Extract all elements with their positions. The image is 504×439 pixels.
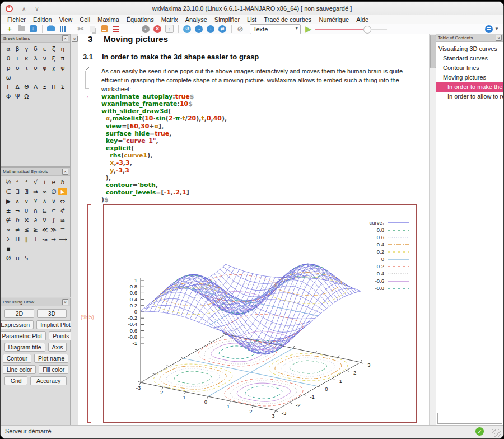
text-style-button[interactable] <box>110 24 122 34</box>
menu-list[interactable]: List <box>247 16 256 23</box>
symbol-button[interactable]: ⊻ <box>31 197 40 205</box>
symbol-button[interactable]: ⇒ <box>31 188 40 195</box>
symbol-button[interactable]: Π <box>49 83 58 91</box>
symbol-button[interactable]: ∝ <box>4 226 13 233</box>
draw-diagram-title-button[interactable]: Diagram title <box>4 343 45 352</box>
toc-item-standard-curves[interactable]: Standard curves <box>436 54 503 63</box>
symbol-button[interactable]: → <box>49 235 58 243</box>
menu-trac-de-courbes[interactable]: Tracé de courbes <box>264 16 311 23</box>
symbol-button[interactable]: ↝ <box>40 235 49 243</box>
toc-item-moving-pictures[interactable]: Moving pictures <box>436 73 503 82</box>
symbol-button[interactable]: ∥ <box>22 235 31 243</box>
symbol-button[interactable]: θ <box>4 54 13 62</box>
symbol-button[interactable]: ⊆ <box>40 207 49 214</box>
symbol-button[interactable]: ∨ <box>22 197 31 205</box>
symbol-button[interactable]: ≫ <box>49 226 58 233</box>
symbol-button[interactable]: ± <box>4 207 13 214</box>
draw-line-color-button[interactable]: Line color <box>3 365 36 374</box>
close-icon[interactable]: ✕ <box>496 35 502 41</box>
draw-axis-button[interactable]: Axis <box>48 343 67 352</box>
symbol-button[interactable]: Σ <box>4 235 13 243</box>
symbol-button[interactable]: 5 <box>22 254 31 262</box>
cut-button[interactable]: ✂ <box>75 24 86 34</box>
cell-style-dropdown[interactable]: Texte <box>250 24 301 34</box>
toc-item-in-order-to-allow-to-read[interactable]: In order to allow to read ... <box>436 92 503 101</box>
symbol-button[interactable]: Ξ <box>40 83 49 91</box>
code-cell[interactable]: wxanimate_autoplay:true$wxanimate_framer… <box>101 93 227 203</box>
symbol-button[interactable]: Θ <box>22 83 31 91</box>
symbol-button[interactable]: ∩ <box>31 207 40 214</box>
symbol-button[interactable]: Φ <box>4 92 13 100</box>
symbol-button[interactable]: ½ <box>4 178 13 186</box>
menu-cell[interactable]: Cell <box>80 16 90 23</box>
symbol-button[interactable]: ζ <box>49 45 58 53</box>
pane-divider[interactable]: ✕ <box>71 34 78 425</box>
interrupt-button[interactable]: ▪ <box>140 24 151 34</box>
symbol-button[interactable]: ≅ <box>58 216 67 224</box>
symbol-button[interactable]: √ <box>31 178 40 186</box>
symbol-button[interactable]: Ψ <box>13 92 22 100</box>
symbol-button[interactable]: ≠ <box>13 226 22 233</box>
symbol-button[interactable]: ℏ <box>58 178 67 186</box>
symbol-button[interactable]: ∂ <box>31 216 40 224</box>
stop-button[interactable]: ✕ <box>152 24 163 34</box>
symbol-button[interactable]: β <box>13 45 22 53</box>
symbol-button[interactable]: e <box>49 178 58 186</box>
symbol-button[interactable]: ³ <box>22 178 31 186</box>
menu-view[interactable]: View <box>59 16 73 23</box>
symbol-button[interactable]: ρ <box>4 64 13 72</box>
symbol-button[interactable]: σ <box>13 64 22 72</box>
toc-item-contour-lines[interactable]: Contour lines <box>436 63 503 73</box>
menu-fichier[interactable]: Fichier <box>7 16 26 23</box>
symbol-button[interactable]: λ <box>31 54 40 62</box>
symbol-button[interactable]: ⊽ <box>49 197 58 205</box>
symbol-button[interactable]: ∫ <box>49 216 58 224</box>
symbol-button[interactable]: Δ <box>13 83 22 91</box>
symbol-button[interactable]: ⇔ <box>58 197 67 205</box>
menu-num-rique[interactable]: Numérique <box>319 16 349 23</box>
symbol-button[interactable]: ⊼ <box>40 197 49 205</box>
symbol-button[interactable]: ² <box>13 178 22 186</box>
draw-fill-color-button[interactable]: Fill color <box>39 365 68 374</box>
symbol-button[interactable]: χ <box>49 64 58 72</box>
jump-button[interactable]: ↑ <box>164 24 175 34</box>
configure-button[interactable] <box>57 24 68 34</box>
toolbar-menu-icon[interactable] <box>485 25 493 33</box>
copy-button[interactable] <box>87 24 98 34</box>
print-button[interactable] <box>45 24 57 34</box>
symbol-button[interactable]: ∞ <box>40 188 49 195</box>
draw-contour-button[interactable]: Contour <box>3 354 31 363</box>
symbol-button[interactable]: ¬ <box>13 207 22 214</box>
draw-implicit-plot-button[interactable]: Implicit Plot <box>36 320 74 329</box>
symbol-button[interactable]: ≤ <box>22 226 31 233</box>
toc-filter-input[interactable] <box>437 413 502 424</box>
symbol-button[interactable]: ∧ <box>13 197 22 205</box>
eval-rest-button[interactable]: ⇄ <box>217 24 228 34</box>
image-cell-bracket[interactable] <box>87 204 88 423</box>
menu-aide[interactable]: Aide <box>356 16 368 23</box>
symbol-button[interactable]: υ <box>31 64 40 72</box>
text-cell-bracket[interactable] <box>83 67 90 89</box>
menu-matrix[interactable]: Matrix <box>161 16 178 23</box>
draw-plot-name-button[interactable]: Plot name <box>34 354 68 363</box>
symbol-button[interactable]: ⟶ <box>58 235 67 243</box>
draw-parametric-plot-button[interactable]: Parametric Plot <box>0 331 46 340</box>
draw-points-button[interactable]: Points <box>49 331 73 340</box>
hide-code-button[interactable]: ⊘ <box>235 24 246 34</box>
symbol-button[interactable]: ≡ <box>58 226 67 233</box>
symbol-button[interactable]: γ <box>22 45 31 53</box>
symbol-button[interactable]: ≪ <box>40 226 49 233</box>
open-button[interactable] <box>16 24 27 34</box>
draw-accuracy-button[interactable]: Accuracy <box>30 376 67 385</box>
toc-item-visualizing-3d-curves[interactable]: Visualizing 3D curves <box>436 44 503 54</box>
resize-grip-icon[interactable] <box>492 429 501 437</box>
menu-quations[interactable]: Équations <box>127 16 154 23</box>
symbol-button[interactable]: ℏ <box>13 216 22 224</box>
draw-3d-button[interactable]: 3D <box>37 309 67 318</box>
symbol-button[interactable]: Σ <box>58 83 67 91</box>
draw-expression-button[interactable]: Expression <box>0 320 34 329</box>
plot-image[interactable]: -3-2-10123-3-2-1012310.80.60.40.20-0.2-0… <box>103 204 417 423</box>
symbol-button[interactable]: ∄ <box>22 188 31 195</box>
symbol-button[interactable]: ω <box>4 73 13 81</box>
symbol-button[interactable]: ≥ <box>31 226 40 233</box>
